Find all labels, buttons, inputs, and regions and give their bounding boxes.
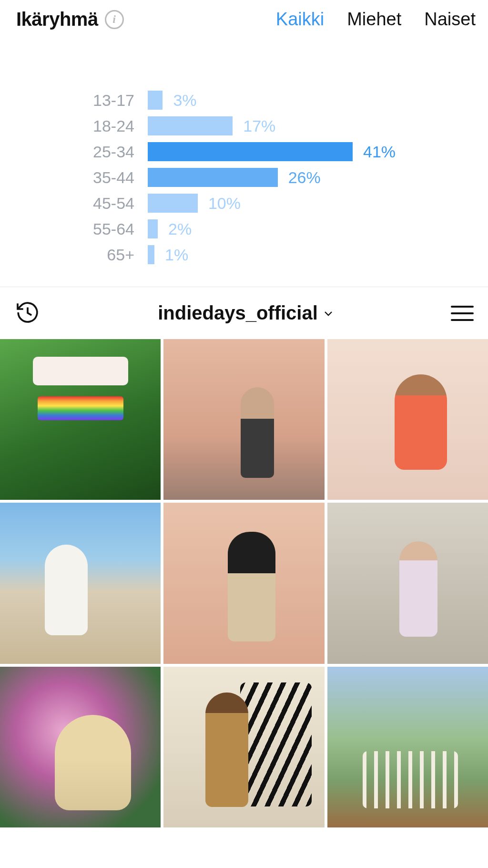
- chart-bar-cell: 1%: [148, 245, 469, 264]
- chart-row: 65+1%: [19, 242, 469, 268]
- analytics-tabs: Kaikki Miehet Naiset: [276, 9, 476, 30]
- chart-value-label: 10%: [208, 194, 241, 213]
- chart-value-label: 3%: [173, 91, 196, 110]
- profile-username: indiedays_official: [158, 302, 318, 324]
- chart-bar-cell: 26%: [148, 168, 469, 187]
- chart-value-label: 41%: [363, 143, 396, 161]
- chart-bar: [148, 194, 198, 213]
- chart-category-label: 25-34: [19, 143, 148, 161]
- chart-row: 13-173%: [19, 87, 469, 113]
- chart-bar: [148, 245, 154, 264]
- analytics-header: Ikäryhmä i Kaikki Miehet Naiset: [0, 0, 488, 35]
- chart-bar-cell: 2%: [148, 219, 469, 238]
- analytics-section-title: Ikäryhmä: [16, 9, 98, 30]
- chart-bar: [148, 116, 233, 135]
- archive-icon[interactable]: [14, 299, 41, 328]
- chart-value-label: 2%: [168, 220, 192, 238]
- post-thumbnail[interactable]: [0, 667, 161, 827]
- post-thumbnail[interactable]: [327, 339, 488, 500]
- chart-category-label: 45-54: [19, 194, 148, 213]
- chart-row: 18-2417%: [19, 113, 469, 139]
- chart-row: 35-4426%: [19, 165, 469, 190]
- profile-bar: indiedays_official: [0, 287, 488, 339]
- chart-bar: [148, 91, 163, 110]
- chart-row: 25-3441%: [19, 139, 469, 165]
- chart-row: 55-642%: [19, 216, 469, 242]
- post-thumbnail[interactable]: [163, 667, 324, 827]
- profile-switcher[interactable]: indiedays_official: [158, 302, 334, 324]
- chart-bar: [148, 219, 158, 238]
- tab-men[interactable]: Miehet: [347, 9, 401, 30]
- chart-value-label: 17%: [243, 117, 275, 135]
- age-distribution-chart: 13-173%18-2417%25-3441%35-4426%45-5410%5…: [0, 35, 488, 287]
- chart-category-label: 65+: [19, 246, 148, 264]
- tab-all[interactable]: Kaikki: [276, 9, 324, 30]
- chart-row: 45-5410%: [19, 190, 469, 216]
- post-grid: [0, 339, 488, 827]
- post-thumbnail[interactable]: [327, 503, 488, 663]
- post-thumbnail[interactable]: [163, 339, 324, 500]
- post-thumbnail[interactable]: [0, 503, 161, 663]
- chevron-down-icon: [323, 308, 334, 319]
- chart-bar-cell: 10%: [148, 194, 469, 213]
- analytics-title-wrap: Ikäryhmä i: [16, 9, 124, 30]
- chart-bar-cell: 41%: [148, 142, 469, 161]
- chart-bar: [148, 168, 278, 187]
- chart-value-label: 26%: [288, 168, 321, 187]
- chart-value-label: 1%: [165, 246, 188, 264]
- chart-category-label: 55-64: [19, 220, 148, 238]
- chart-bar-cell: 3%: [148, 91, 469, 110]
- chart-bar-cell: 17%: [148, 116, 469, 135]
- post-thumbnail[interactable]: [0, 339, 161, 500]
- chart-bar: [148, 142, 353, 161]
- menu-icon[interactable]: [451, 306, 474, 321]
- chart-category-label: 18-24: [19, 117, 148, 135]
- tab-women[interactable]: Naiset: [424, 9, 476, 30]
- chart-category-label: 35-44: [19, 168, 148, 187]
- info-icon[interactable]: i: [105, 10, 124, 29]
- chart-category-label: 13-17: [19, 91, 148, 110]
- post-thumbnail[interactable]: [163, 503, 324, 663]
- post-thumbnail[interactable]: [327, 667, 488, 827]
